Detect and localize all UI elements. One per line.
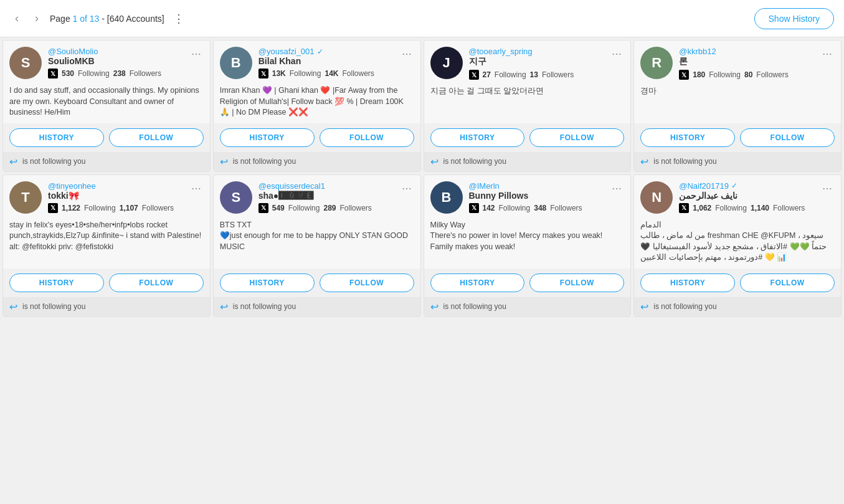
- stats: 𝕏 27 Following 13 Followers: [469, 70, 604, 80]
- followers-label: Followers: [542, 70, 574, 79]
- card-footer: ↩ is not following you: [214, 297, 420, 316]
- page-info: Page 1 of 13 - [640 Accounts]: [50, 14, 164, 24]
- follow-button[interactable]: FOLLOW: [740, 128, 835, 147]
- card-more-button[interactable]: ⋯: [399, 47, 414, 61]
- not-following-text: is not following you: [443, 302, 506, 311]
- history-button[interactable]: HISTORY: [220, 128, 315, 147]
- card-header: S @SoulioMolio SoulioMKB 𝕏 530 Following…: [3, 40, 210, 83]
- display-name: نايف عبدالرحمن: [679, 191, 813, 201]
- user-card: N @Naif201719 ✓ نايف عبدالرحمن 𝕏 1,062 F…: [633, 174, 842, 317]
- back-arrow-icon[interactable]: ↩: [430, 156, 439, 168]
- card-actions: HISTORY FOLLOW: [214, 269, 420, 297]
- user-info: @yousafzi_001 ✓ Bilal Khan 𝕏 13K Followi…: [258, 47, 393, 78]
- stats: 𝕏 1,122 Following 1,107 Followers: [48, 203, 183, 213]
- card-more-button[interactable]: ⋯: [609, 47, 624, 61]
- card-footer: ↩ is not following you: [424, 297, 631, 316]
- back-arrow-icon[interactable]: ↩: [9, 301, 17, 313]
- x-icon: 𝕏: [258, 69, 268, 78]
- card-more-button[interactable]: ⋯: [189, 47, 204, 61]
- card-footer: ↩ is not following you: [634, 297, 841, 316]
- back-arrow-icon[interactable]: ↩: [640, 156, 648, 168]
- avatar: S: [220, 181, 252, 214]
- card-footer: ↩ is not following you: [214, 152, 420, 171]
- card-actions: HISTORY FOLLOW: [214, 123, 420, 152]
- card-header: B @yousafzi_001 ✓ Bilal Khan 𝕏 13K Follo…: [214, 40, 420, 83]
- bio: الدماممن له ماض ، طالب freshman CHE @KFU…: [634, 217, 841, 269]
- verified-badge: ✓: [317, 47, 323, 56]
- follow-button[interactable]: FOLLOW: [529, 128, 624, 147]
- username[interactable]: @Naif201719: [679, 181, 729, 191]
- display-name: sha●🅻🅾🆅🅴: [258, 191, 393, 201]
- back-arrow-icon[interactable]: ↩: [220, 301, 228, 313]
- card-actions: HISTORY FOLLOW: [424, 123, 631, 152]
- username[interactable]: @esquisserdecal1: [258, 181, 325, 191]
- card-more-button[interactable]: ⋯: [189, 181, 204, 196]
- following-count: 1,062: [693, 204, 711, 212]
- prev-button[interactable]: ‹: [10, 9, 24, 27]
- display-name: 론: [679, 56, 813, 67]
- username[interactable]: @tinyeonhee: [48, 181, 96, 191]
- bio: 지금 아는 걸 그때도 알았더라면: [424, 83, 631, 123]
- show-history-button[interactable]: Show History: [754, 8, 834, 29]
- history-button[interactable]: HISTORY: [430, 128, 525, 147]
- followers-label: Followers: [130, 69, 161, 78]
- follow-button[interactable]: FOLLOW: [320, 273, 414, 292]
- followers-count: 1,140: [751, 204, 769, 212]
- history-button[interactable]: HISTORY: [640, 273, 735, 292]
- user-card: B @IMerln Bunny Pillows 𝕏 142 Following …: [424, 174, 632, 317]
- avatar: N: [640, 181, 673, 214]
- user-info: @SoulioMolio SoulioMKB 𝕏 530 Following 2…: [48, 47, 183, 78]
- page-link[interactable]: 1 of 13: [73, 14, 100, 24]
- username[interactable]: @SoulioMolio: [48, 47, 98, 56]
- card-more-button[interactable]: ⋯: [820, 181, 835, 196]
- avatar: B: [220, 47, 252, 79]
- following-label: Following: [290, 69, 321, 78]
- not-following-text: is not following you: [233, 157, 296, 166]
- username[interactable]: @IMerln: [469, 181, 500, 191]
- avatar: T: [9, 181, 42, 214]
- avatar: R: [640, 47, 673, 79]
- card-header: J @tooearly_spring 지구 𝕏 27 Following 13 …: [424, 40, 631, 83]
- username[interactable]: @tooearly_spring: [469, 47, 533, 56]
- display-name: SoulioMKB: [48, 56, 183, 66]
- back-arrow-icon[interactable]: ↩: [640, 301, 648, 313]
- x-icon: 𝕏: [469, 203, 479, 213]
- history-button[interactable]: HISTORY: [220, 273, 315, 292]
- x-icon: 𝕏: [469, 70, 479, 80]
- more-options-button[interactable]: ⋮: [173, 12, 184, 26]
- history-button[interactable]: HISTORY: [9, 273, 104, 292]
- back-arrow-icon[interactable]: ↩: [220, 156, 228, 168]
- follow-button[interactable]: FOLLOW: [109, 273, 204, 292]
- card-header: N @Naif201719 ✓ نايف عبدالرحمن 𝕏 1,062 F…: [634, 175, 841, 217]
- follow-button[interactable]: FOLLOW: [320, 128, 414, 147]
- following-count: 180: [693, 70, 705, 79]
- card-more-button[interactable]: ⋯: [820, 47, 835, 61]
- card-footer: ↩ is not following you: [634, 152, 841, 171]
- avatar: S: [9, 47, 42, 79]
- following-label: Following: [715, 204, 747, 212]
- following-count: 530: [62, 69, 74, 78]
- card-more-button[interactable]: ⋯: [609, 181, 624, 196]
- following-label: Following: [495, 70, 526, 79]
- history-button[interactable]: HISTORY: [640, 128, 735, 147]
- history-button[interactable]: HISTORY: [9, 128, 104, 147]
- user-card: B @yousafzi_001 ✓ Bilal Khan 𝕏 13K Follo…: [213, 40, 421, 172]
- total-accounts: - [640 Accounts]: [99, 14, 164, 24]
- back-arrow-icon[interactable]: ↩: [430, 301, 439, 313]
- following-label: Following: [709, 70, 741, 79]
- card-more-button[interactable]: ⋯: [399, 181, 414, 196]
- following-label: Following: [499, 204, 531, 212]
- follow-button[interactable]: FOLLOW: [529, 273, 624, 292]
- user-card: T @tinyeonhee tokki🎀 𝕏 1,122 Following 1…: [2, 174, 211, 317]
- follow-button[interactable]: FOLLOW: [740, 273, 835, 292]
- username[interactable]: @kkrbb12: [679, 47, 716, 56]
- user-card: S @SoulioMolio SoulioMKB 𝕏 530 Following…: [2, 40, 211, 172]
- username[interactable]: @yousafzi_001: [258, 47, 315, 56]
- following-count: 1,122: [62, 204, 80, 212]
- back-arrow-icon[interactable]: ↩: [9, 156, 17, 168]
- next-button[interactable]: ›: [30, 9, 44, 27]
- history-button[interactable]: HISTORY: [430, 273, 525, 292]
- user-info: @Naif201719 ✓ نايف عبدالرحمن 𝕏 1,062 Fol…: [679, 181, 813, 213]
- follow-button[interactable]: FOLLOW: [109, 128, 204, 147]
- x-icon: 𝕏: [258, 203, 268, 213]
